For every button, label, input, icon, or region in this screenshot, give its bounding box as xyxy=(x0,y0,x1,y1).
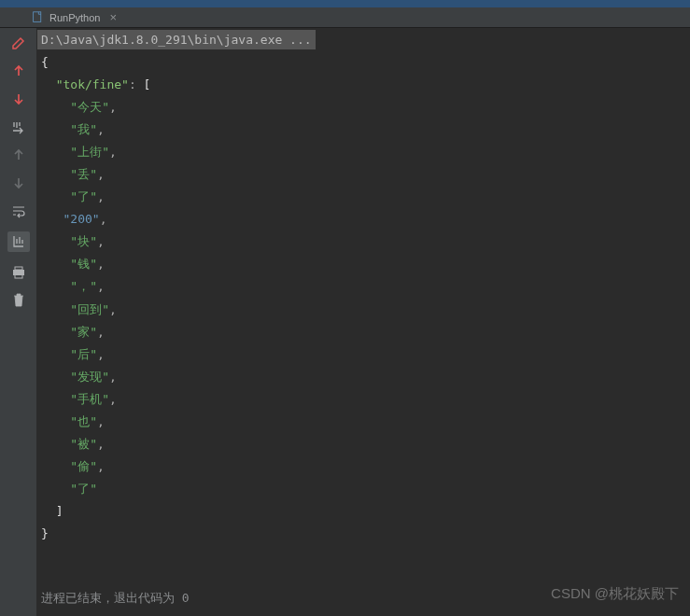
down-gray-icon[interactable] xyxy=(11,175,26,190)
svg-rect-0 xyxy=(34,12,41,22)
wrap-icon[interactable] xyxy=(11,203,26,218)
exit-code: 0 xyxy=(182,591,190,605)
close-icon[interactable]: × xyxy=(109,10,117,24)
print-icon[interactable] xyxy=(11,265,26,280)
file-icon xyxy=(32,11,44,23)
step-into-icon[interactable] xyxy=(11,119,26,134)
down-red-icon[interactable] xyxy=(11,91,26,106)
trash-icon[interactable] xyxy=(11,293,26,308)
tab-bar: RunPython × xyxy=(0,7,690,28)
up-red-icon[interactable] xyxy=(11,63,26,78)
tab-run[interactable]: RunPython × xyxy=(26,7,122,27)
console-output: D:\Java\jdk1.8.0_291\bin\java.exe ... { … xyxy=(37,28,690,616)
watermark: CSDN @桃花妖殿下 xyxy=(551,585,679,603)
scroll-end-icon[interactable] xyxy=(7,231,30,252)
json-output: { "tok/fine": [ "今天", "我", "上街", "丢", "了… xyxy=(37,49,690,545)
gutter-toolbar xyxy=(0,28,37,616)
edit-icon[interactable] xyxy=(11,35,26,50)
tab-label: RunPython xyxy=(49,12,100,23)
up-gray-icon[interactable] xyxy=(11,147,26,162)
command-line: D:\Java\jdk1.8.0_291\bin\java.exe ... xyxy=(37,30,316,49)
svg-rect-1 xyxy=(15,267,22,270)
